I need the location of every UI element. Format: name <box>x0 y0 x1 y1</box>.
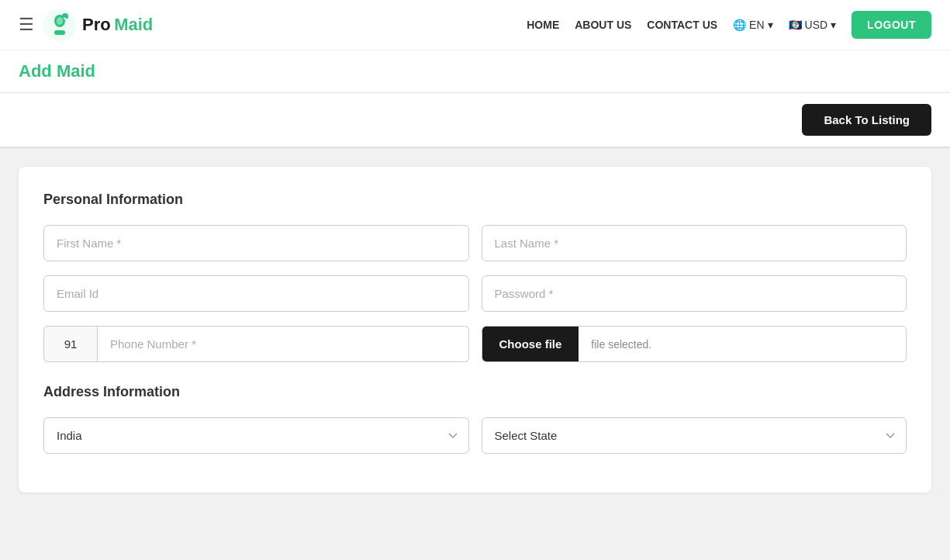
form-card: Personal Information <box>19 167 931 493</box>
lang-chevron-icon: ▾ <box>768 19 773 31</box>
email-password-row <box>43 275 907 312</box>
address-section: Address Information India Select State <box>43 384 907 454</box>
country-state-row: India Select State <box>43 417 907 454</box>
choose-file-button[interactable]: Choose file <box>482 327 579 361</box>
nav-contact[interactable]: CONTACT US <box>647 19 717 31</box>
page-title: Add Maid <box>19 61 931 81</box>
first-name-group <box>43 225 469 261</box>
phone-group: 91 <box>43 326 469 362</box>
name-row <box>43 225 907 261</box>
main-content: Personal Information <box>0 148 950 511</box>
personal-section: Personal Information <box>43 192 907 362</box>
logo: Pro Maid <box>43 9 153 41</box>
language-selector[interactable]: 🌐 EN ▾ <box>733 19 772 31</box>
email-group <box>43 275 469 312</box>
navbar: ☰ Pro Maid HOME ABOUT US CONTACT US 🌐 EN… <box>0 0 950 50</box>
file-label: file selected. <box>579 327 906 361</box>
state-select[interactable]: Select State <box>482 417 907 454</box>
logo-icon <box>43 9 76 41</box>
password-group <box>482 275 907 312</box>
globe-icon: 🌐 <box>733 19 746 31</box>
password-input[interactable] <box>482 275 907 312</box>
navbar-left: ☰ Pro Maid <box>19 9 153 41</box>
first-name-input[interactable] <box>43 225 469 261</box>
currency-flag-icon: 🇧🇿 <box>789 19 802 31</box>
page-header: Add Maid <box>0 50 950 93</box>
phone-input-wrap <box>98 326 469 362</box>
country-group: India <box>43 417 469 454</box>
state-group: Select State <box>482 417 907 454</box>
personal-section-title: Personal Information <box>43 192 907 208</box>
back-bar: Back To Listing <box>0 93 950 148</box>
file-upload-wrapper: Choose file file selected. <box>482 326 907 362</box>
last-name-input[interactable] <box>482 225 907 261</box>
file-group: Choose file file selected. <box>482 326 907 362</box>
svg-point-2 <box>57 17 63 25</box>
back-to-listing-button[interactable]: Back To Listing <box>802 104 931 136</box>
logo-maid: Maid <box>114 15 153 34</box>
hamburger-menu[interactable]: ☰ <box>19 15 34 35</box>
phone-input[interactable] <box>98 326 469 362</box>
email-input[interactable] <box>43 275 469 312</box>
navbar-right: HOME ABOUT US CONTACT US 🌐 EN ▾ 🇧🇿 USD ▾… <box>527 11 931 39</box>
logo-text: Pro Maid <box>82 15 153 35</box>
country-select[interactable]: India <box>43 417 469 454</box>
svg-rect-3 <box>54 30 65 35</box>
last-name-group <box>482 225 907 261</box>
nav-about[interactable]: ABOUT US <box>575 19 631 31</box>
currency-selector[interactable]: 🇧🇿 USD ▾ <box>789 19 837 31</box>
nav-home[interactable]: HOME <box>527 19 559 31</box>
currency-value: USD <box>805 19 828 31</box>
phone-file-row: 91 Choose file file selected. <box>43 326 907 362</box>
lang-value: EN <box>749 19 764 31</box>
address-section-title: Address Information <box>43 384 907 400</box>
logo-pro: Pro <box>82 15 111 34</box>
currency-chevron-icon: ▾ <box>831 19 836 31</box>
logout-button[interactable]: LOGOUT <box>852 11 931 39</box>
phone-code: 91 <box>43 326 98 362</box>
